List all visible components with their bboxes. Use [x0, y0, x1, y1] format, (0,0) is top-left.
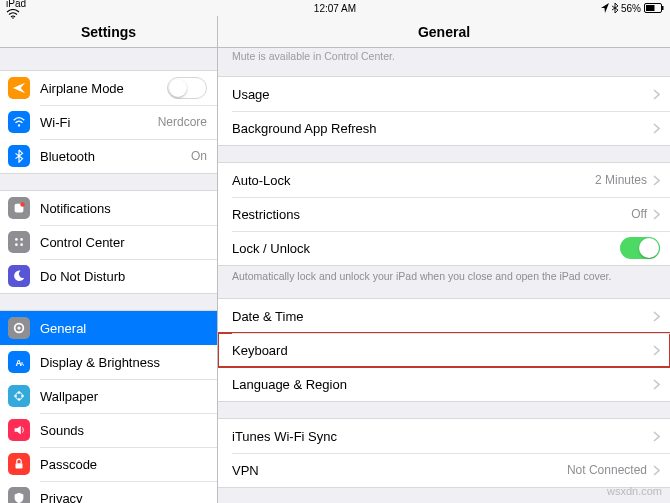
itunes-sync-label: iTunes Wi-Fi Sync — [232, 429, 653, 444]
svg-point-16 — [18, 391, 21, 394]
sidebar-item-wifi[interactable]: Wi-Fi Nerdcore — [0, 105, 217, 139]
sidebar-item-privacy[interactable]: Privacy — [0, 481, 217, 503]
airplane-label: Airplane Mode — [40, 81, 167, 96]
lock-note: Automatically lock and unlock your iPad … — [218, 266, 670, 282]
svg-point-19 — [14, 395, 17, 398]
svg-point-8 — [20, 238, 23, 241]
detail-group-lock: Auto-Lock 2 Minutes Restrictions Off Loc… — [218, 162, 670, 266]
bg-refresh-label: Background App Refresh — [232, 121, 653, 136]
sidebar-item-sounds[interactable]: Sounds — [0, 413, 217, 447]
detail-pane[interactable]: Mute is available in Control Center. Usa… — [218, 48, 670, 503]
svg-point-17 — [21, 395, 24, 398]
svg-point-4 — [18, 124, 20, 126]
row-language-region[interactable]: Language & Region — [218, 367, 670, 401]
bluetooth-label: Bluetooth — [40, 149, 191, 164]
detail-title: General — [218, 16, 670, 47]
battery-percent: 56% — [621, 3, 641, 14]
bluetooth-value: On — [191, 149, 207, 163]
sounds-label: Sounds — [40, 423, 207, 438]
status-bar: iPad 12:07 AM 56% — [0, 0, 670, 16]
chevron-right-icon — [653, 465, 660, 476]
clock: 12:07 AM — [314, 3, 356, 14]
row-bg-refresh[interactable]: Background App Refresh — [218, 111, 670, 145]
svg-rect-20 — [16, 463, 23, 468]
chevron-right-icon — [653, 89, 660, 100]
header-bar: Settings General — [0, 16, 670, 48]
wallpaper-label: Wallpaper — [40, 389, 207, 404]
passcode-label: Passcode — [40, 457, 207, 472]
display-icon: AA — [8, 351, 30, 373]
lock-unlock-switch[interactable] — [620, 237, 660, 259]
chevron-right-icon — [653, 209, 660, 220]
vpn-value: Not Connected — [567, 463, 647, 477]
sidebar-item-dnd[interactable]: Do Not Disturb — [0, 259, 217, 293]
detail-group-international: Date & Time Keyboard Language & Region — [218, 298, 670, 402]
airplane-switch[interactable] — [167, 77, 207, 99]
row-date-time[interactable]: Date & Time — [218, 299, 670, 333]
row-autolock[interactable]: Auto-Lock 2 Minutes — [218, 163, 670, 197]
control-center-icon — [8, 231, 30, 253]
display-label: Display & Brightness — [40, 355, 207, 370]
sidebar-group-general: General AA Display & Brightness Wallpape… — [0, 310, 217, 503]
sidebar-group-alerts: Notifications Control Center Do Not Dist… — [0, 190, 217, 294]
autolock-label: Auto-Lock — [232, 173, 595, 188]
sidebar-item-notifications[interactable]: Notifications — [0, 191, 217, 225]
svg-rect-3 — [646, 5, 655, 11]
sidebar-item-control-center[interactable]: Control Center — [0, 225, 217, 259]
sidebar-item-general[interactable]: General — [0, 311, 217, 345]
date-time-label: Date & Time — [232, 309, 653, 324]
device-name: iPad — [6, 0, 26, 9]
sidebar-item-airplane[interactable]: Airplane Mode — [0, 71, 217, 105]
mute-note: Mute is available in Control Center. — [218, 48, 670, 62]
language-region-label: Language & Region — [232, 377, 653, 392]
wifi-value: Nerdcore — [158, 115, 207, 129]
wallpaper-icon — [8, 385, 30, 407]
privacy-icon — [8, 487, 30, 503]
row-keyboard[interactable]: Keyboard — [218, 333, 670, 367]
row-itunes-sync[interactable]: iTunes Wi-Fi Sync — [218, 419, 670, 453]
svg-point-9 — [15, 243, 18, 246]
row-restrictions[interactable]: Restrictions Off — [218, 197, 670, 231]
dnd-label: Do Not Disturb — [40, 269, 207, 284]
svg-point-7 — [15, 238, 18, 241]
lock-unlock-label: Lock / Unlock — [232, 241, 620, 256]
sidebar-item-bluetooth[interactable]: Bluetooth On — [0, 139, 217, 173]
dnd-icon — [8, 265, 30, 287]
sidebar-item-display[interactable]: AA Display & Brightness — [0, 345, 217, 379]
sidebar-item-wallpaper[interactable]: Wallpaper — [0, 379, 217, 413]
chevron-right-icon — [653, 345, 660, 356]
notifications-label: Notifications — [40, 201, 207, 216]
chevron-right-icon — [653, 431, 660, 442]
autolock-value: 2 Minutes — [595, 173, 647, 187]
status-right: 56% — [601, 3, 664, 14]
bluetooth-icon — [8, 145, 30, 167]
svg-rect-2 — [662, 6, 664, 10]
row-vpn[interactable]: VPN Not Connected — [218, 453, 670, 487]
svg-point-18 — [18, 398, 21, 401]
location-icon — [601, 3, 609, 13]
battery-icon — [644, 3, 664, 13]
wifi-label: Wi-Fi — [40, 115, 158, 130]
restrictions-value: Off — [631, 207, 647, 221]
sidebar[interactable]: Airplane Mode Wi-Fi Nerdcore Bluetooth O… — [0, 48, 218, 503]
chevron-right-icon — [653, 379, 660, 390]
chevron-right-icon — [653, 311, 660, 322]
bluetooth-icon — [612, 3, 618, 13]
detail-group-sync: iTunes Wi-Fi Sync VPN Not Connected — [218, 418, 670, 488]
row-lock-unlock[interactable]: Lock / Unlock — [218, 231, 670, 265]
row-usage[interactable]: Usage — [218, 77, 670, 111]
airplane-icon — [8, 77, 30, 99]
chevron-right-icon — [653, 175, 660, 186]
sidebar-group-network: Airplane Mode Wi-Fi Nerdcore Bluetooth O… — [0, 70, 217, 174]
detail-group-usage: Usage Background App Refresh — [218, 76, 670, 146]
sounds-icon — [8, 419, 30, 441]
general-label: General — [40, 321, 207, 336]
usage-label: Usage — [232, 87, 653, 102]
svg-point-6 — [20, 202, 24, 206]
keyboard-label: Keyboard — [232, 343, 653, 358]
sidebar-item-passcode[interactable]: Passcode — [0, 447, 217, 481]
passcode-icon — [8, 453, 30, 475]
wifi-icon — [8, 111, 30, 133]
control-center-label: Control Center — [40, 235, 207, 250]
svg-text:A: A — [20, 360, 25, 367]
